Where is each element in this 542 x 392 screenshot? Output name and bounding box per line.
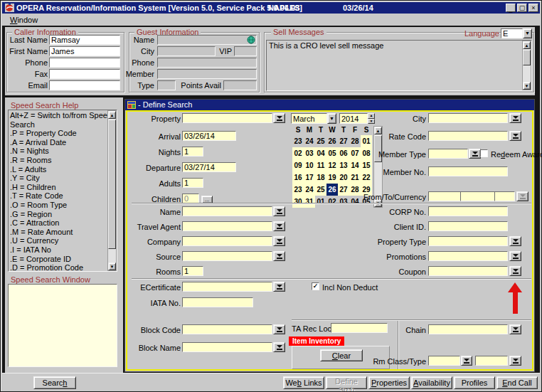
calendar-day[interactable]: 17 [304, 171, 315, 184]
availability-button[interactable]: Availability [411, 376, 452, 389]
calendar-day[interactable]: 26 [326, 184, 338, 196]
speed-search-window-box[interactable] [8, 284, 117, 367]
travel-agent-lov-button[interactable] [273, 221, 285, 231]
calendar-day[interactable]: 04 [349, 196, 361, 208]
calendar-day[interactable]: 31 [304, 196, 315, 208]
rate-code-field[interactable] [428, 131, 508, 141]
calendar-day[interactable]: 16 [292, 171, 304, 184]
city-lov-button[interactable] [509, 113, 521, 123]
web-links-button[interactable]: Web Links [283, 376, 324, 389]
calendar-day[interactable]: 28 [349, 135, 361, 147]
calendar-day[interactable]: 02 [292, 147, 304, 159]
property-lov-button[interactable] [273, 113, 285, 123]
calendar-day[interactable]: 23 [292, 184, 304, 196]
ecertificate-field[interactable] [182, 282, 272, 292]
incl-non-deduct-checkbox[interactable]: ✓ [312, 282, 319, 290]
calendar-day[interactable]: 24 [304, 184, 315, 196]
redeem-award-checkbox[interactable] [480, 149, 488, 157]
calendar-month-field[interactable] [291, 113, 327, 124]
corp-no-field[interactable] [428, 206, 508, 216]
member-type-lov-button[interactable] [469, 149, 481, 159]
speed-search-help-listbox[interactable]: Alt+Z = Switch to/from SpeedSearch.P = P… [8, 110, 117, 272]
rate-code-lov-button[interactable] [509, 131, 521, 141]
maximize-button[interactable]: ▢ [517, 4, 527, 12]
scrollbar-thumb[interactable] [523, 50, 531, 65]
calendar-day[interactable]: 28 [349, 184, 361, 196]
close-button[interactable]: × [528, 4, 538, 12]
calendar-day[interactable]: 20 [338, 171, 349, 184]
departure-field[interactable] [182, 162, 236, 172]
profiles-button[interactable]: Profiles [454, 376, 495, 389]
sell-messages-scrollbar[interactable]: ▲ ▼ [522, 41, 531, 90]
calendar-day[interactable]: 01 [315, 196, 326, 208]
source-field[interactable] [182, 251, 272, 261]
clear-button[interactable]: Clear [320, 349, 363, 361]
rm-class-field[interactable] [428, 356, 460, 366]
block-code-lov-button[interactable] [273, 324, 285, 334]
calendar-day[interactable]: 26 [326, 135, 338, 147]
calendar-day[interactable]: 13 [338, 159, 349, 171]
scroll-down-icon[interactable]: ▼ [523, 82, 531, 90]
member-no-field[interactable] [428, 166, 508, 176]
calendar-day[interactable]: 25 [315, 135, 326, 147]
calendar-day[interactable]: 07 [349, 147, 361, 159]
chain-lov-button[interactable] [509, 324, 521, 334]
menu-window[interactable]: Window [7, 15, 41, 25]
iata-no-field[interactable] [182, 297, 253, 307]
property-type-field[interactable] [428, 236, 508, 246]
calendar-day[interactable]: 10 [304, 159, 315, 171]
calendar-day[interactable]: 27 [338, 135, 349, 147]
caller-phone-field[interactable] [49, 58, 120, 68]
name-field[interactable] [182, 206, 272, 216]
rm-type-field[interactable] [475, 356, 508, 366]
minimize-button[interactable]: _ [506, 4, 516, 12]
company-field[interactable] [182, 236, 272, 246]
rooms-field[interactable] [182, 266, 203, 276]
scroll-up-icon[interactable]: ▲ [108, 111, 116, 119]
scrollbar-thumb[interactable] [108, 120, 116, 249]
block-code-field[interactable] [182, 324, 272, 334]
arrival-field[interactable] [182, 131, 236, 141]
block-name-field[interactable] [182, 342, 272, 352]
speed-help-scrollbar[interactable]: ▲ ▼ [107, 110, 117, 271]
calendar-day[interactable]: 03 [338, 196, 349, 208]
calendar-day[interactable]: 03 [304, 147, 315, 159]
promotions-lov-button[interactable] [509, 251, 521, 261]
client-id-field[interactable] [428, 221, 508, 231]
travel-agent-field[interactable] [182, 221, 272, 231]
company-lov-button[interactable] [273, 236, 285, 246]
fax-field[interactable] [49, 69, 120, 79]
calendar-day[interactable]: 24 [304, 135, 315, 147]
last-name-field[interactable] [49, 35, 120, 45]
calendar-day[interactable]: 11 [315, 159, 326, 171]
calendar-day[interactable]: 05 [326, 147, 338, 159]
calendar-day[interactable]: 02 [326, 196, 338, 208]
calendar-day[interactable]: 12 [326, 159, 338, 171]
ecertificate-lov-button[interactable] [273, 282, 285, 292]
calendar-day[interactable]: 06 [338, 147, 349, 159]
month-dropdown-button[interactable]: ▼ [327, 113, 336, 124]
promotions-field[interactable] [428, 251, 508, 261]
coupon-lov-button[interactable] [509, 266, 521, 276]
calendar-day[interactable]: 18 [315, 171, 326, 184]
calendar-day[interactable]: 25 [315, 184, 326, 196]
calendar-day[interactable]: 19 [326, 171, 338, 184]
properties-button[interactable]: Properties [368, 376, 410, 389]
children-field[interactable] [182, 194, 199, 203]
block-name-lov-button[interactable] [273, 342, 285, 352]
to-field[interactable] [460, 191, 495, 201]
rm-class-lov-button[interactable] [461, 356, 472, 366]
city-field[interactable] [428, 113, 508, 123]
calendar-day[interactable]: 14 [349, 159, 361, 171]
property-field[interactable] [182, 113, 272, 123]
nights-field[interactable] [182, 147, 203, 157]
member-type-field[interactable] [428, 149, 468, 159]
from-field[interactable] [428, 191, 461, 201]
calendar-day[interactable]: 21 [349, 171, 361, 184]
calendar-day[interactable]: 04 [315, 147, 326, 159]
calendar-day[interactable]: 09 [292, 159, 304, 171]
language-field[interactable] [501, 28, 523, 38]
calendar-day[interactable]: 27 [338, 184, 349, 196]
first-name-field[interactable] [49, 46, 120, 56]
scroll-up-icon[interactable]: ▲ [523, 41, 531, 49]
